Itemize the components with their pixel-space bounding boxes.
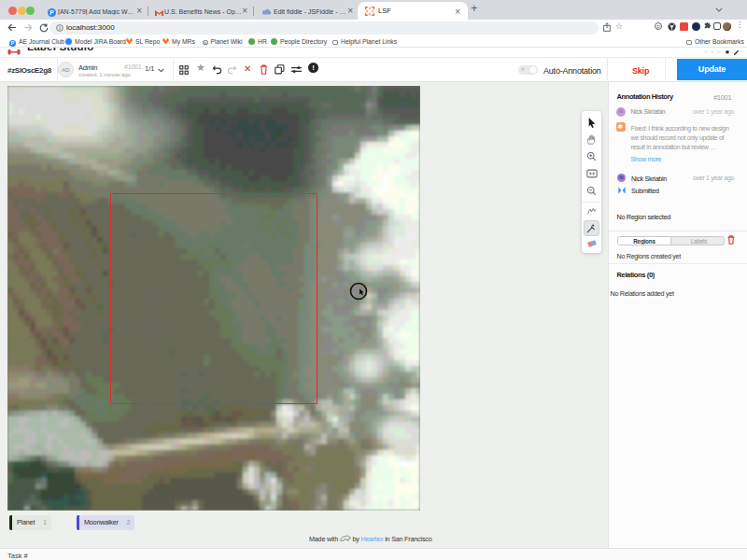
svg-text:P: P — [49, 9, 54, 16]
